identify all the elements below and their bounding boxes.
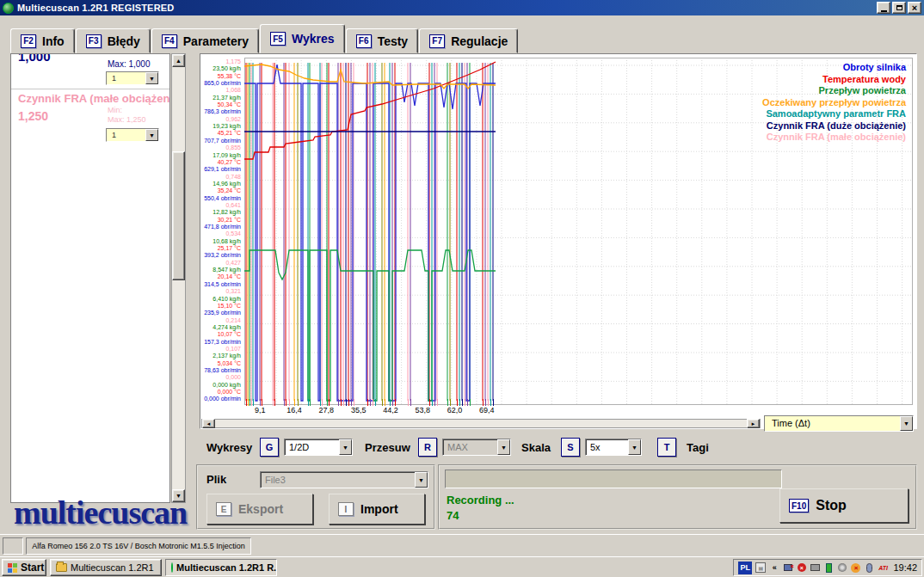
- chevron-down-icon[interactable]: ▼: [145, 129, 158, 141]
- series-tick-mark: [274, 399, 275, 406]
- series-tick-mark: [370, 399, 371, 406]
- y-axis-tick-label: 78,63 obr/min: [204, 367, 241, 374]
- import-button[interactable]: I Import: [329, 494, 425, 525]
- legend-entry: Przepływ powietrza: [762, 85, 906, 97]
- gpu-icon[interactable]: ATI: [878, 562, 889, 573]
- y-axis-tick-label: 314,5 obr/min: [204, 281, 241, 288]
- tab-wykres[interactable]: F5Wykres: [260, 24, 345, 53]
- task-button-folder[interactable]: Multiecuscan 1.2R1: [50, 559, 162, 576]
- time-axis-combo[interactable]: Time (Δt) ▼: [764, 415, 914, 432]
- param-scale-combo[interactable]: 1 ▼: [106, 128, 159, 142]
- y-axis-tick-label: 629,1 obr/min: [204, 166, 241, 173]
- przesuw-label: Przesuw: [365, 441, 410, 454]
- y-axis-tick-label: 1,068: [225, 87, 241, 94]
- series-tick-mark: [354, 399, 354, 406]
- y-axis-tick-label: 4,274 kg/h: [213, 324, 241, 331]
- clock[interactable]: 19:42: [893, 562, 917, 573]
- f4-key-badge: F4: [162, 34, 177, 48]
- chevron-down-icon[interactable]: ▼: [339, 439, 352, 455]
- tab-testy[interactable]: F6Testy: [346, 28, 419, 53]
- app-icon: [171, 562, 173, 573]
- minimize-button[interactable]: [877, 2, 890, 14]
- y-axis-tick-label: 23,50 kg/h: [213, 65, 241, 72]
- chevron-down-icon[interactable]: ▼: [145, 72, 158, 84]
- x-axis-tick-label: 9,1: [255, 406, 266, 414]
- scroll-left-icon[interactable]: ◄: [202, 419, 215, 428]
- battery-icon[interactable]: [824, 562, 835, 573]
- param-value: 1,000: [18, 53, 51, 64]
- y-axis-tick-label: 550,4 obr/min: [204, 195, 241, 202]
- f5-key-badge: F5: [270, 32, 286, 46]
- security-alert-icon[interactable]: ×: [797, 562, 807, 573]
- scroll-up-icon[interactable]: ▲: [172, 54, 185, 67]
- tray-collapse-icon[interactable]: «: [769, 562, 779, 573]
- y-axis-tick-label: 45,21 °C: [218, 130, 241, 137]
- tab-parametery[interactable]: F4Parametery: [151, 28, 259, 53]
- series-tick-mark: [327, 399, 328, 406]
- status-bar: Alfa Romeo 156 2.0 TS 16V / Bosch Motron…: [0, 534, 924, 556]
- chart-hscrollbar[interactable]: ◄ ►: [201, 419, 761, 428]
- keyboard-icon[interactable]: ▤: [755, 562, 766, 573]
- s-button[interactable]: S: [561, 438, 580, 457]
- chevron-down-icon[interactable]: ▼: [628, 439, 641, 455]
- disc-icon[interactable]: [837, 562, 847, 573]
- series-tick-mark: [253, 399, 254, 406]
- y-axis-tick-label: 10,68 kg/h: [213, 238, 241, 245]
- network-error-icon[interactable]: ×: [783, 562, 793, 573]
- chevron-down-icon: ▼: [415, 472, 428, 488]
- update-alert-icon[interactable]: ×: [851, 562, 861, 573]
- y-axis-tick-label: 0,000 obr/min: [204, 396, 241, 402]
- series-tick-mark: [367, 399, 368, 406]
- tab-regulacje-label: Regulacje: [451, 34, 508, 48]
- display-icon[interactable]: [810, 562, 821, 573]
- scroll-right-icon[interactable]: ►: [747, 419, 760, 428]
- chart-legend: Obroty silnikaTemperatura wodyPrzepływ p…: [762, 62, 906, 144]
- start-button[interactable]: Start: [2, 559, 46, 576]
- language-indicator[interactable]: PL: [738, 562, 752, 574]
- scrollbar-thumb[interactable]: [172, 151, 185, 280]
- tab-info[interactable]: F2Info: [10, 28, 75, 53]
- eksport-button[interactable]: E Eksport: [206, 494, 313, 525]
- g-button[interactable]: G: [260, 438, 279, 457]
- przesuw-combo: MAX ▼: [442, 439, 511, 456]
- y-axis-tick-label: 0,214: [225, 317, 241, 324]
- y-axis-tick-label: 40,27 °C: [218, 159, 241, 166]
- series-tick-mark: [465, 399, 465, 406]
- y-axis-tick-label: 19,23 kg/h: [213, 123, 241, 130]
- y-axis-tick-label: 2,137 kg/h: [213, 353, 241, 359]
- x-axis-tick-label: 62,0: [447, 406, 463, 414]
- series-tick-mark: [294, 399, 295, 406]
- y-axis-tick-label: 55,38 °C: [218, 73, 241, 80]
- tagi-label: Tagi: [687, 441, 709, 454]
- close-button[interactable]: ×: [908, 2, 921, 14]
- tab-regulacje[interactable]: F7Regulacje: [419, 28, 518, 53]
- series-tick-mark: [320, 399, 321, 406]
- restore-button[interactable]: [892, 2, 906, 14]
- chevron-down-icon[interactable]: ▼: [900, 416, 913, 431]
- y-axis-tick-label: 0,427: [225, 260, 241, 267]
- series-tick-mark: [467, 399, 468, 406]
- r-button[interactable]: R: [418, 438, 437, 457]
- wykres-type-combo[interactable]: 1/2D ▼: [284, 439, 353, 456]
- t-button[interactable]: T: [657, 438, 676, 457]
- series-tick-mark: [462, 399, 463, 406]
- series-tick-mark: [447, 399, 448, 406]
- tab-bledy[interactable]: F3Błędy: [76, 28, 151, 53]
- series-tick-mark: [459, 399, 460, 406]
- f10-key-badge: F10: [789, 499, 809, 513]
- stop-button[interactable]: F10 Stop: [779, 488, 909, 523]
- series-tick-mark: [248, 399, 249, 406]
- sidebar-scrollbar[interactable]: ▲ ▼: [171, 53, 186, 503]
- series-tick-mark: [382, 399, 383, 406]
- x-axis-tick-label: 16,4: [286, 406, 302, 414]
- param-scale-combo[interactable]: 1 ▼: [106, 71, 159, 85]
- series-tick-mark: [437, 399, 438, 406]
- mouse-icon[interactable]: [865, 562, 875, 573]
- y-axis-tick-label: 25,17 °C: [218, 245, 241, 252]
- chart-panel: 1,17523,50 kg/h55,38 °C865,0 obr/min1,06…: [200, 53, 917, 429]
- skala-combo[interactable]: 5x ▼: [585, 439, 642, 456]
- series-tick-mark: [385, 399, 385, 406]
- series-tick-mark: [322, 399, 323, 406]
- series-tick-mark: [483, 399, 484, 406]
- task-button-app-active[interactable]: Multiecuscan 1.2R1 R...: [165, 559, 277, 576]
